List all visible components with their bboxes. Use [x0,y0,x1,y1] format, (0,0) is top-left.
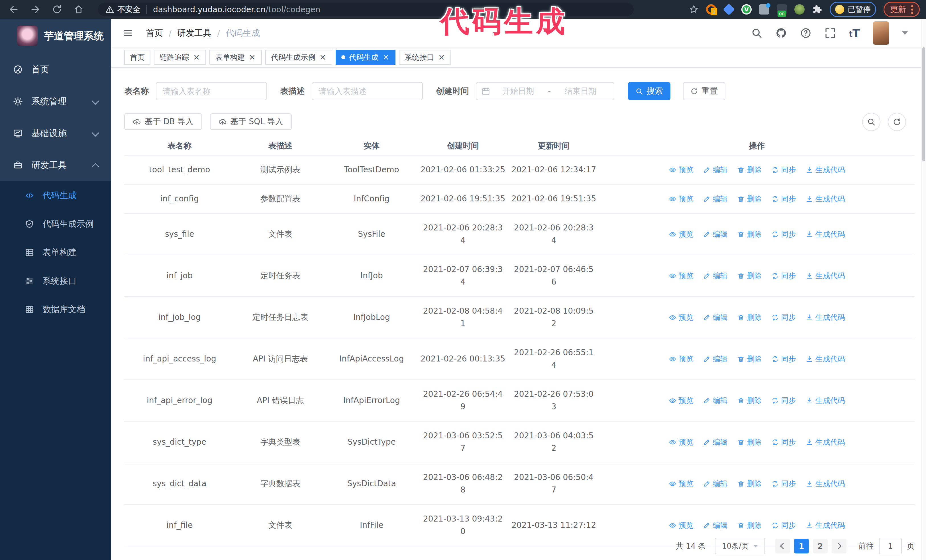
browser-extension-icon[interactable] [794,4,805,15]
import-sql-button[interactable]: 基于 SQL 导入 [210,113,292,130]
browser-extension-icon[interactable]: V [741,4,752,15]
forward-icon[interactable] [30,4,41,15]
action-删除[interactable]: 删除 [737,269,762,282]
action-同步[interactable]: 同步 [772,228,796,240]
action-删除[interactable]: 删除 [737,311,762,324]
action-生成代码[interactable]: 生成代码 [806,394,845,407]
action-删除[interactable]: 删除 [737,193,762,205]
action-编辑[interactable]: 编辑 [703,353,728,365]
next-page-button[interactable] [832,539,846,554]
home-icon[interactable] [74,4,84,15]
action-同步[interactable]: 同步 [772,193,796,205]
sidebar-item-系统管理[interactable]: 系统管理 [0,86,111,117]
action-预览[interactable]: 预览 [669,436,693,448]
action-删除[interactable]: 删除 [737,394,762,407]
table-name-input[interactable] [156,82,267,100]
action-删除[interactable]: 删除 [737,353,762,365]
browser-extension-icon[interactable]: 1 [706,4,716,15]
browser-extension-icon[interactable] [777,4,787,15]
tab-首页[interactable]: 首页 [124,50,150,65]
action-同步[interactable]: 同步 [772,311,796,324]
action-编辑[interactable]: 编辑 [703,436,728,448]
browser-extension-icon[interactable] [759,4,769,15]
action-生成代码[interactable]: 生成代码 [806,228,845,240]
action-同步[interactable]: 同步 [772,477,796,490]
kebab-menu-icon[interactable] [911,5,913,14]
date-range-picker[interactable]: 开始日期 - 结束日期 [476,82,614,100]
sidebar-item-首页[interactable]: 首页 [0,54,111,86]
action-删除[interactable]: 删除 [737,436,762,448]
toggle-search-button[interactable] [862,113,881,131]
action-生成代码[interactable]: 生成代码 [806,436,845,448]
close-icon[interactable]: × [248,53,256,61]
action-删除[interactable]: 删除 [737,228,762,240]
reload-icon[interactable] [52,4,62,15]
close-icon[interactable]: × [319,53,327,61]
action-预览[interactable]: 预览 [669,353,693,365]
sidebar-item-代码生成[interactable]: 代码生成 [0,181,111,210]
action-同步[interactable]: 同步 [772,269,796,282]
action-生成代码[interactable]: 生成代码 [806,163,845,176]
sidebar-item-表单构建[interactable]: 表单构建 [0,238,111,267]
tab-代码生成[interactable]: 代码生成× [336,50,395,65]
page-button-1[interactable]: 1 [794,539,809,554]
sidebar-item-基础设施[interactable]: 基础设施 [0,117,111,149]
breadcrumb-item[interactable]: 首页 [146,27,163,39]
action-预览[interactable]: 预览 [669,311,693,324]
action-删除[interactable]: 删除 [737,519,762,531]
extensions-puzzle-icon[interactable] [812,4,822,15]
table-desc-input[interactable] [312,82,423,100]
action-生成代码[interactable]: 生成代码 [806,269,845,282]
action-同步[interactable]: 同步 [772,353,796,365]
tab-代码生成示例[interactable]: 代码生成示例× [265,50,332,65]
tab-表单构建[interactable]: 表单构建× [209,50,262,65]
close-icon[interactable]: × [438,53,445,61]
action-生成代码[interactable]: 生成代码 [806,519,845,531]
help-icon[interactable] [800,27,811,39]
search-button[interactable]: 搜索 [628,82,670,100]
app-logo-row[interactable]: 芋道管理系统 [0,19,111,54]
tab-系统接口[interactable]: 系统接口× [399,50,451,65]
tab-链路追踪[interactable]: 链路追踪× [154,50,206,65]
action-同步[interactable]: 同步 [772,519,796,531]
back-icon[interactable] [9,4,19,15]
action-编辑[interactable]: 编辑 [703,228,728,240]
user-avatar[interactable] [873,21,889,45]
action-删除[interactable]: 删除 [737,477,762,490]
action-编辑[interactable]: 编辑 [703,193,728,205]
action-编辑[interactable]: 编辑 [703,394,728,407]
page-button-2[interactable]: 2 [813,539,828,554]
breadcrumb-item[interactable]: 研发工具 [177,27,212,39]
action-预览[interactable]: 预览 [669,269,693,282]
action-生成代码[interactable]: 生成代码 [806,193,845,205]
action-同步[interactable]: 同步 [772,163,796,176]
sidebar-item-代码生成示例[interactable]: 代码生成示例 [0,210,111,238]
github-icon[interactable] [776,27,787,39]
action-生成代码[interactable]: 生成代码 [806,353,845,365]
action-预览[interactable]: 预览 [669,394,693,407]
reset-button[interactable]: 重置 [683,82,725,100]
sidebar-item-研发工具[interactable]: 研发工具 [0,149,111,181]
scrollbar-thumb[interactable] [922,47,925,161]
sidebar-item-数据库文档[interactable]: 数据库文档 [0,295,111,324]
close-icon[interactable]: × [193,53,200,61]
action-编辑[interactable]: 编辑 [703,311,728,324]
font-size-icon[interactable]: tT [849,27,860,39]
action-编辑[interactable]: 编辑 [703,269,728,282]
action-预览[interactable]: 预览 [669,163,693,176]
sidebar-item-系统接口[interactable]: 系统接口 [0,267,111,295]
action-编辑[interactable]: 编辑 [703,519,728,531]
action-同步[interactable]: 同步 [772,436,796,448]
action-编辑[interactable]: 编辑 [703,163,728,176]
action-预览[interactable]: 预览 [669,228,693,240]
action-编辑[interactable]: 编辑 [703,477,728,490]
hamburger-icon[interactable] [122,28,133,38]
paused-extension-pill[interactable]: 已暂停 [830,2,876,17]
action-删除[interactable]: 删除 [737,163,762,176]
action-生成代码[interactable]: 生成代码 [806,311,845,324]
goto-page-input[interactable] [879,538,902,554]
browser-update-button[interactable]: 更新 [884,2,920,17]
action-预览[interactable]: 预览 [669,519,693,531]
page-size-select[interactable]: 10条/页 [715,538,765,554]
avatar-caret-down-icon[interactable] [902,31,908,35]
